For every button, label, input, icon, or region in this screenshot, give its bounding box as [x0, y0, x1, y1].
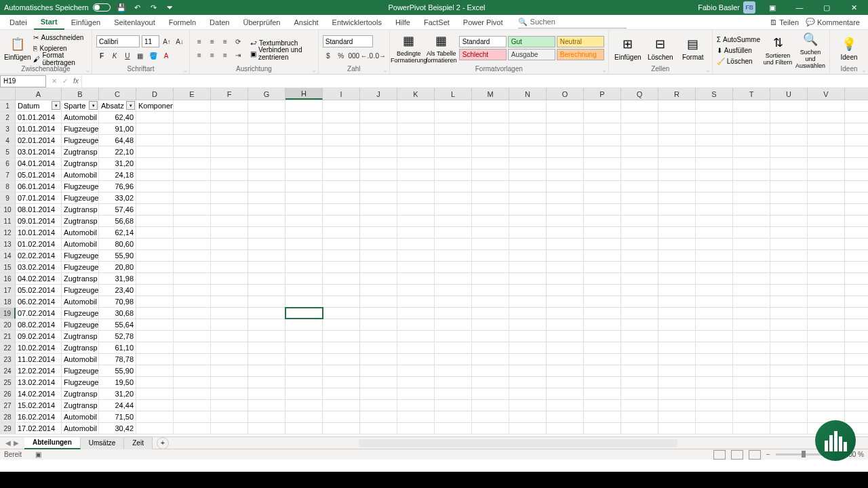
autosave-toggle[interactable]: Automatisches Speichern [4, 3, 111, 12]
cell-C26[interactable]: 31,20 [99, 388, 136, 399]
cell-N14[interactable] [509, 250, 547, 261]
cell-C20[interactable]: 55,64 [99, 319, 136, 330]
cell-N7[interactable] [509, 169, 547, 180]
cell[interactable] [435, 100, 472, 111]
cell-J22[interactable] [360, 342, 397, 353]
cell-P21[interactable] [584, 331, 621, 342]
cell-H10[interactable] [285, 204, 323, 215]
cell-R29[interactable] [658, 423, 696, 434]
cell-V2[interactable] [808, 112, 845, 123]
cell-V20[interactable] [808, 319, 845, 330]
cut-button[interactable]: ✂Ausschneiden [33, 33, 87, 43]
cell-A5[interactable]: 03.01.2014 [16, 146, 62, 157]
cell-E23[interactable] [174, 354, 211, 365]
cell-E16[interactable] [174, 273, 211, 284]
cell-S5[interactable] [696, 146, 733, 157]
cell-G16[interactable] [248, 273, 285, 284]
cell-C8[interactable]: 76,96 [99, 181, 136, 192]
header-cell-d[interactable]: Komponenten [136, 100, 174, 111]
cell-A6[interactable]: 04.01.2014 [16, 158, 62, 169]
cell-E5[interactable] [174, 146, 211, 157]
cell-H4[interactable] [285, 135, 323, 146]
cell-Q26[interactable] [621, 388, 658, 399]
cell-O18[interactable] [547, 296, 584, 307]
cell-S22[interactable] [696, 342, 733, 353]
cell[interactable] [285, 100, 323, 111]
cell-F21[interactable] [211, 331, 248, 342]
cell-D3[interactable] [136, 123, 174, 134]
close-button[interactable]: ✕ [844, 1, 864, 14]
cell-K3[interactable] [397, 123, 435, 134]
cell-C14[interactable]: 55,90 [99, 250, 136, 261]
cell-N2[interactable] [509, 112, 547, 123]
toggle-switch[interactable] [93, 3, 111, 12]
cell-O12[interactable] [547, 227, 584, 238]
cell-Q3[interactable] [621, 123, 658, 134]
cell-K16[interactable] [397, 273, 435, 284]
cell-V7[interactable] [808, 169, 845, 180]
cell-M13[interactable] [472, 239, 509, 249]
cell-F14[interactable] [211, 250, 248, 261]
cell-O4[interactable] [547, 135, 584, 146]
cell-C12[interactable]: 62,14 [99, 227, 136, 238]
style-gut[interactable]: Gut [508, 36, 555, 47]
cell-Q15[interactable] [621, 262, 658, 272]
ribbon-options-icon[interactable]: ▣ [762, 1, 783, 14]
cell-N28[interactable] [509, 411, 547, 422]
cell-B11[interactable]: Zugtransp [62, 216, 99, 226]
cell-S23[interactable] [696, 354, 733, 365]
cell-J8[interactable] [360, 181, 397, 192]
cell-K6[interactable] [397, 158, 435, 169]
cell-R10[interactable] [658, 204, 696, 215]
cell-I11[interactable] [323, 216, 360, 226]
cell-D12[interactable] [136, 227, 174, 238]
cell-M8[interactable] [472, 181, 509, 192]
cell-Q14[interactable] [621, 250, 658, 261]
cell-U13[interactable] [770, 239, 808, 249]
cell-B26[interactable]: Zugtransp [62, 388, 99, 399]
cell-K9[interactable] [397, 192, 435, 203]
cell-R26[interactable] [658, 388, 696, 399]
fill-color-button[interactable]: 🪣 [148, 50, 159, 61]
cell-O16[interactable] [547, 273, 584, 284]
cell-M22[interactable] [472, 342, 509, 353]
clear-button[interactable]: 🧹Löschen [717, 56, 760, 66]
cell-T11[interactable] [733, 216, 770, 226]
cell-U25[interactable] [770, 377, 808, 388]
paste-button[interactable]: 📋 Einfügen [4, 36, 31, 61]
row-header-4[interactable]: 4 [0, 135, 16, 146]
cell-P2[interactable] [584, 112, 621, 123]
cell-S12[interactable] [696, 227, 733, 238]
cell-H21[interactable] [285, 331, 323, 342]
cell-H5[interactable] [285, 146, 323, 157]
cell-O21[interactable] [547, 331, 584, 342]
cell-C7[interactable]: 24,18 [99, 169, 136, 180]
cell-J16[interactable] [360, 273, 397, 284]
cell-U2[interactable] [770, 112, 808, 123]
cell-T25[interactable] [733, 377, 770, 388]
cell-T28[interactable] [733, 411, 770, 422]
cell-G22[interactable] [248, 342, 285, 353]
select-all-corner[interactable] [0, 88, 16, 100]
cell-Q17[interactable] [621, 285, 658, 296]
cell-G18[interactable] [248, 296, 285, 307]
cell-D14[interactable] [136, 250, 174, 261]
cell-U7[interactable] [770, 169, 808, 180]
cell-P23[interactable] [584, 354, 621, 365]
cell-T29[interactable] [733, 423, 770, 434]
cell-U29[interactable] [770, 423, 808, 434]
column-header-O[interactable]: O [547, 88, 584, 100]
ideas-button[interactable]: 💡Ideen [834, 36, 864, 61]
cell-M18[interactable] [472, 296, 509, 307]
cell-E6[interactable] [174, 158, 211, 169]
cell-R23[interactable] [658, 354, 696, 365]
cell-E21[interactable] [174, 331, 211, 342]
cell-T14[interactable] [733, 250, 770, 261]
cell-K5[interactable] [397, 146, 435, 157]
cell-I17[interactable] [323, 285, 360, 296]
cell-V14[interactable] [808, 250, 845, 261]
cell-H8[interactable] [285, 181, 323, 192]
find-select-button[interactable]: 🔍Suchen und Auswählen [795, 31, 825, 69]
cell-C24[interactable]: 55,90 [99, 365, 136, 376]
cell-B12[interactable]: Automobil [62, 227, 99, 238]
